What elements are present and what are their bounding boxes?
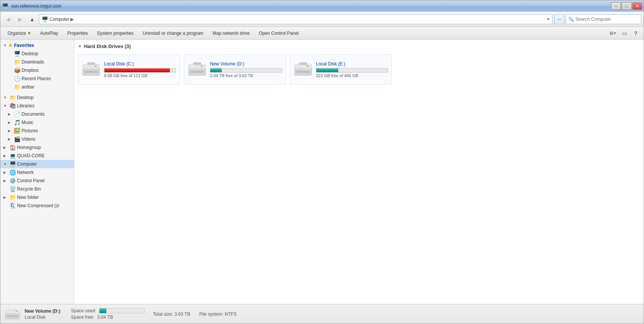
close-button[interactable]: ✕ bbox=[632, 2, 642, 10]
search-input[interactable] bbox=[576, 17, 639, 22]
drive-d-info: New Volume (D:) 3.04 TB free of 3.63 TB bbox=[210, 61, 282, 78]
svg-point-3 bbox=[95, 65, 96, 67]
recycle-bin-icon: 🗑️ bbox=[9, 186, 16, 192]
maximize-button[interactable]: □ bbox=[622, 2, 632, 10]
status-space-info: Space used: Space free: 3.04 TB bbox=[71, 308, 145, 320]
refresh-button[interactable]: ↔ bbox=[554, 14, 564, 24]
window-icon: 🖥️ bbox=[2, 3, 8, 9]
drive-e-icon bbox=[294, 62, 312, 77]
sidebar-item-downloads[interactable]: 📁 Downloads bbox=[0, 58, 74, 66]
status-drive-icon bbox=[5, 308, 20, 320]
libraries-icon: 📚 bbox=[9, 103, 16, 109]
sidebar-item-new-folder[interactable]: ▶ 📁 New folder bbox=[0, 193, 74, 202]
svg-rect-1 bbox=[83, 65, 100, 68]
sidebar-item-pictures[interactable]: ▶ 🖼️ Pictures bbox=[0, 127, 74, 135]
drives-grid: Local Disk (C:) 8.68 GB free of 111 GB bbox=[78, 53, 640, 86]
sidebar-item-music[interactable]: ▶ 🎵 Music bbox=[0, 118, 74, 127]
drive-c-bar-bg bbox=[104, 68, 176, 73]
sidebar-item-desktop2[interactable]: ▼ 📁 Desktop bbox=[0, 93, 74, 102]
space-free-label: Space free: bbox=[71, 315, 94, 320]
sidebar-item-computer[interactable]: ▼ 🖥️ Computer bbox=[0, 160, 74, 168]
address-icon: 🖥️ bbox=[42, 16, 48, 22]
dropbox-label: Dropbox bbox=[22, 68, 39, 73]
forward-button[interactable]: ▶ bbox=[15, 14, 25, 24]
recent-places-icon: 🕒 bbox=[14, 76, 20, 82]
network-expand-icon: ▶ bbox=[3, 171, 8, 174]
drive-item-e[interactable]: Local Disk (E:) 322 GB free of 465 GB bbox=[290, 54, 392, 85]
minimize-button[interactable]: ─ bbox=[611, 2, 621, 10]
toolbar-right: ⊞ ▼ ▭ ? bbox=[608, 28, 641, 38]
view-dropdown-icon: ▼ bbox=[613, 31, 617, 35]
computer-label: Computer bbox=[17, 161, 37, 167]
explorer-window: 🖥️ sun.reference.imgur.com ─ □ ✕ ◀ ▶ ▲ 🖥… bbox=[0, 0, 644, 324]
svg-point-18 bbox=[16, 310, 17, 312]
sidebar-item-network[interactable]: ▶ 🌐 Network bbox=[0, 168, 74, 177]
sidebar-item-homegroup[interactable]: ▶ 🏠 Homegroup bbox=[0, 143, 74, 152]
desktop2-label: Desktop bbox=[17, 95, 34, 100]
homegroup-label: Homegroup bbox=[17, 145, 41, 150]
help-button[interactable]: ? bbox=[631, 28, 641, 38]
svg-rect-16 bbox=[6, 310, 20, 313]
downloads-label: Downloads bbox=[22, 59, 44, 65]
sidebar-item-quadcore[interactable]: ▶ 💻 QUAD-CORE bbox=[0, 152, 74, 160]
status-space-free-row: Space free: 3.04 TB bbox=[71, 315, 145, 320]
drive-e-info: Local Disk (E:) 322 GB free of 465 GB bbox=[316, 61, 388, 78]
sidebar-item-antbar[interactable]: 📁 antbar bbox=[0, 83, 74, 91]
uninstall-label: Uninstall or change a program bbox=[143, 31, 204, 36]
preview-pane-button[interactable]: ▭ bbox=[619, 28, 629, 38]
documents-icon: 📄 bbox=[14, 111, 20, 117]
sidebar-item-control-panel[interactable]: ▶ ⚙️ Control Panel bbox=[0, 177, 74, 185]
sidebar-item-libraries[interactable]: ▼ 📚 Libraries bbox=[0, 102, 74, 110]
view-mode-button[interactable]: ⊞ ▼ bbox=[608, 28, 618, 38]
antbar-icon: 📁 bbox=[14, 84, 20, 90]
new-folder-label: New folder bbox=[17, 195, 39, 200]
space-free-value: 3.04 TB bbox=[97, 315, 113, 320]
drive-c-name: Local Disk (C:) bbox=[104, 61, 176, 67]
svg-rect-4 bbox=[87, 62, 95, 65]
sidebar-section-favorites[interactable]: ▼ ★ Favorites bbox=[0, 41, 74, 50]
map-network-button[interactable]: Map network drive bbox=[208, 28, 254, 38]
new-folder-icon: 📁 bbox=[9, 194, 16, 200]
svg-point-8 bbox=[201, 65, 202, 67]
uninstall-button[interactable]: Uninstall or change a program bbox=[138, 28, 208, 38]
status-info: New Volume (D:) Local Disk bbox=[25, 308, 60, 320]
svg-point-13 bbox=[307, 65, 308, 67]
network-label: Network bbox=[17, 170, 34, 175]
sidebar-item-videos[interactable]: ▶ 🎬 Videos bbox=[0, 135, 74, 143]
title-bar-left: 🖥️ sun.reference.imgur.com bbox=[2, 3, 61, 9]
drive-item-c[interactable]: Local Disk (C:) 8.68 GB free of 111 GB bbox=[78, 54, 180, 85]
svg-rect-2 bbox=[84, 71, 98, 73]
sidebar-item-desktop[interactable]: 🖥️ Desktop bbox=[0, 50, 74, 58]
music-icon: 🎵 bbox=[14, 119, 20, 126]
svg-rect-6 bbox=[189, 65, 205, 68]
drive-c-size: 8.68 GB free of 111 GB bbox=[104, 73, 176, 78]
open-control-panel-button[interactable]: Open Control Panel bbox=[255, 28, 303, 38]
drive-item-d[interactable]: New Volume (D:) 3.04 TB free of 3.63 TB bbox=[184, 54, 286, 85]
address-bar[interactable]: 🖥️ Computer ▶ ▼ bbox=[39, 14, 553, 24]
section-collapse-icon[interactable]: ▼ bbox=[78, 44, 82, 48]
drive-d-name: New Volume (D:) bbox=[210, 61, 282, 67]
sidebar-item-new-compressed[interactable]: 🗜️ New Compressed (zi bbox=[0, 202, 74, 210]
quadcore-icon: 💻 bbox=[9, 153, 16, 159]
up-button[interactable]: ▲ bbox=[27, 14, 37, 24]
sidebar-item-dropbox[interactable]: 📦 Dropbox bbox=[0, 66, 74, 74]
search-magnifier-icon: 🔍 bbox=[568, 17, 574, 22]
sidebar-item-documents[interactable]: ▶ 📄 Documents bbox=[0, 110, 74, 118]
properties-button[interactable]: Properties bbox=[63, 28, 92, 38]
autoplay-button[interactable]: AutoPlay bbox=[36, 28, 62, 38]
open-control-panel-label: Open Control Panel bbox=[259, 31, 299, 36]
sidebar-item-recycle-bin[interactable]: 🗑️ Recycle Bin bbox=[0, 185, 74, 193]
section-title-text: Hard Disk Drives (3) bbox=[84, 43, 131, 49]
organize-label: Organize bbox=[8, 31, 26, 36]
system-properties-button[interactable]: System properties bbox=[93, 28, 138, 38]
drive-d-bar-bg bbox=[210, 68, 282, 73]
sidebar-item-recent-places[interactable]: 🕒 Recent Places bbox=[0, 74, 74, 83]
preview-pane-icon: ▭ bbox=[622, 30, 627, 36]
back-button[interactable]: ◀ bbox=[3, 14, 13, 24]
address-dropdown-arrow[interactable]: ▼ bbox=[546, 17, 550, 21]
address-part-computer[interactable]: Computer bbox=[50, 17, 70, 22]
pictures-expand-icon: ▶ bbox=[8, 129, 12, 133]
address-path: Computer ▶ bbox=[50, 17, 74, 22]
drive-e-size: 322 GB free of 465 GB bbox=[316, 73, 388, 78]
organize-button[interactable]: Organize ▼ bbox=[3, 28, 35, 38]
